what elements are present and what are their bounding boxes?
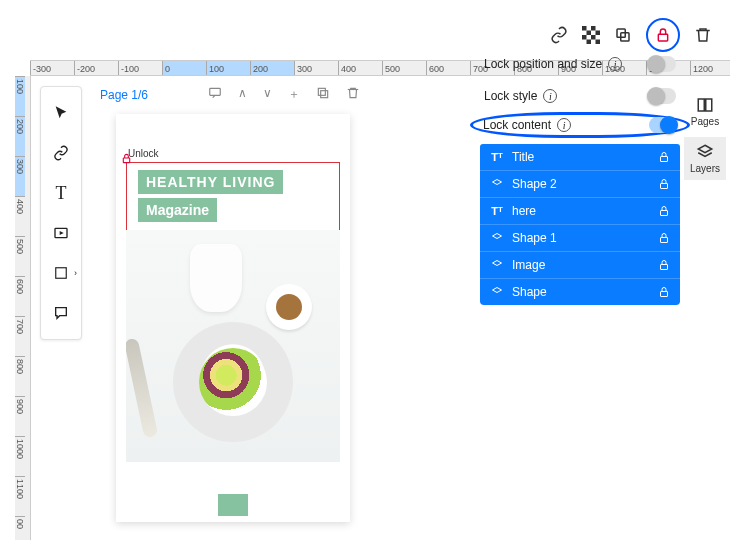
shape-layer-icon — [490, 259, 504, 271]
subhead-tag[interactable]: Magazine — [138, 198, 217, 222]
info-icon[interactable]: i — [543, 89, 557, 103]
copy-icon[interactable] — [614, 26, 632, 44]
layer-row[interactable]: TThere — [480, 198, 680, 225]
duplicate-page-icon[interactable] — [316, 86, 330, 103]
svg-rect-1 — [582, 26, 587, 31]
svg-rect-13 — [56, 268, 67, 279]
svg-rect-15 — [321, 91, 328, 98]
layers-tab[interactable]: Layers — [684, 137, 726, 180]
layer-row[interactable]: Image — [480, 252, 680, 279]
svg-rect-18 — [661, 157, 668, 162]
layer-name: Title — [512, 150, 534, 164]
transparency-icon[interactable] — [582, 26, 600, 44]
lock-icon[interactable] — [654, 26, 672, 44]
info-icon[interactable]: i — [557, 118, 571, 132]
svg-rect-16 — [318, 88, 325, 95]
delete-page-icon[interactable] — [346, 86, 360, 103]
layer-name: Shape 1 — [512, 231, 557, 245]
svg-rect-6 — [591, 35, 596, 40]
cursor-tool[interactable] — [43, 93, 79, 133]
video-tool[interactable] — [43, 213, 79, 253]
pages-tab[interactable]: Pages — [684, 90, 726, 133]
page-up-icon[interactable]: ∧ — [238, 86, 247, 103]
svg-rect-4 — [596, 31, 601, 36]
comment-tool[interactable] — [43, 293, 79, 333]
svg-rect-5 — [582, 35, 587, 40]
layer-lock-icon[interactable] — [658, 151, 670, 163]
lock-button-highlight — [646, 18, 680, 52]
lock-option-label: Lock content — [483, 118, 551, 132]
svg-rect-11 — [658, 34, 667, 41]
svg-rect-22 — [661, 265, 668, 270]
layer-name: Shape 2 — [512, 177, 557, 191]
layer-row[interactable]: Shape 2 — [480, 171, 680, 198]
layer-name: Image — [512, 258, 545, 272]
toggle-switch[interactable] — [648, 56, 676, 72]
side-tabs: Pages Layers — [684, 90, 726, 180]
layer-row[interactable]: Shape — [480, 279, 680, 305]
svg-rect-2 — [591, 26, 596, 31]
artboard[interactable]: Unlock HEALTHY LIVING Magazine — [116, 114, 350, 522]
layer-name: Shape — [512, 285, 547, 299]
text-layer-icon: TT — [490, 205, 504, 217]
shape-layer-icon — [490, 178, 504, 190]
toggle-switch[interactable] — [648, 88, 676, 104]
svg-rect-17 — [123, 158, 129, 163]
comment-icon[interactable] — [208, 86, 222, 103]
layer-name: here — [512, 204, 536, 218]
layer-lock-icon[interactable] — [658, 232, 670, 244]
shape-tool[interactable]: › — [43, 253, 79, 293]
layer-row[interactable]: TTTitle — [480, 144, 680, 171]
text-layer-icon: TT — [490, 151, 504, 163]
svg-rect-19 — [661, 184, 668, 189]
unlock-label: Unlock — [128, 148, 159, 159]
toggle-switch[interactable] — [649, 117, 677, 133]
svg-rect-21 — [661, 238, 668, 243]
chevron-right-icon: › — [74, 268, 77, 278]
add-page-icon[interactable]: ＋ — [288, 86, 300, 103]
headline-tag[interactable]: HEALTHY LIVING — [138, 170, 283, 194]
vertical-ruler: 1002003004005006007008009001000110000 — [15, 76, 31, 540]
svg-rect-20 — [661, 211, 668, 216]
pages-tab-label: Pages — [691, 116, 719, 127]
svg-rect-23 — [661, 292, 668, 297]
page-strip: Page 1/6 ∧ ∨ ＋ — [100, 86, 360, 103]
page-indicator[interactable]: Page 1/6 — [100, 88, 148, 102]
link-tool[interactable] — [43, 133, 79, 173]
lock-option-label: Lock position and size — [484, 57, 602, 71]
link-icon[interactable] — [550, 26, 568, 44]
hero-image[interactable] — [126, 230, 340, 462]
layer-row[interactable]: Shape 1 — [480, 225, 680, 252]
trash-icon[interactable] — [694, 26, 712, 44]
layer-lock-icon[interactable] — [658, 286, 670, 298]
layer-lock-icon[interactable] — [658, 178, 670, 190]
layer-list: TTTitleShape 2TThereShape 1ImageShape — [480, 144, 680, 305]
page-down-icon[interactable]: ∨ — [263, 86, 272, 103]
svg-rect-3 — [587, 31, 592, 36]
lock-option-label: Lock style — [484, 89, 537, 103]
layers-tab-label: Layers — [690, 163, 720, 174]
bottom-block[interactable] — [218, 494, 248, 516]
layer-lock-icon[interactable] — [658, 259, 670, 271]
svg-rect-14 — [210, 88, 221, 95]
shape-layer-icon — [490, 286, 504, 298]
selection-lock-icon[interactable] — [121, 153, 132, 164]
text-tool[interactable]: T — [43, 173, 79, 213]
lock-panel: Lock position and sizeiLock styleiLock c… — [480, 48, 680, 305]
left-toolbar: T › — [40, 86, 82, 340]
info-icon[interactable]: i — [608, 57, 622, 71]
svg-rect-8 — [596, 40, 601, 45]
svg-rect-7 — [587, 40, 592, 45]
lock-option-row: Lock contenti — [470, 112, 690, 138]
shape-layer-icon — [490, 232, 504, 244]
lock-option-row: Lock stylei — [480, 80, 680, 112]
top-toolbar — [550, 18, 712, 52]
layer-lock-icon[interactable] — [658, 205, 670, 217]
lock-option-row: Lock position and sizei — [480, 48, 680, 80]
